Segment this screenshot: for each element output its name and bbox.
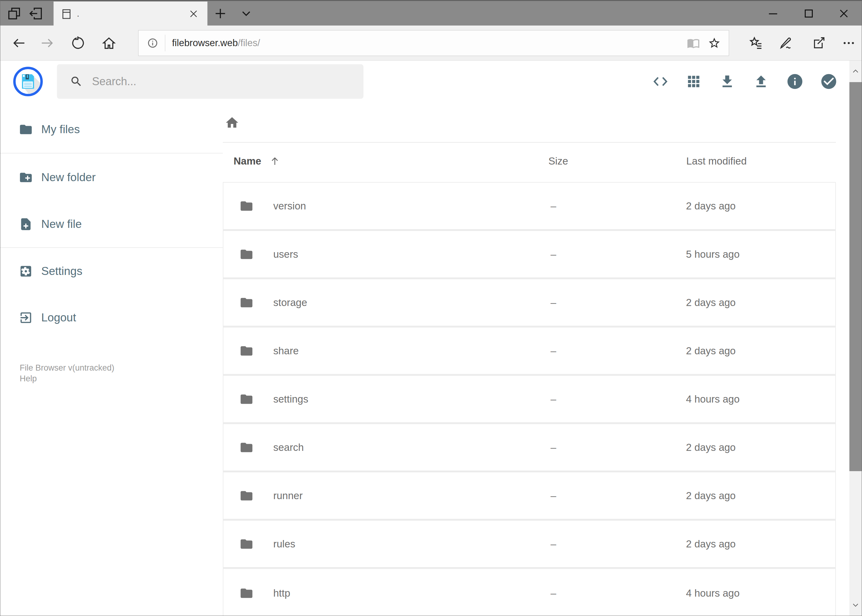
share-icon[interactable] xyxy=(812,36,826,50)
folder-icon xyxy=(240,440,254,454)
site-info-icon[interactable] xyxy=(147,38,158,49)
column-header-size[interactable]: Size xyxy=(548,155,568,167)
folder-icon xyxy=(240,247,254,261)
url-text[interactable]: filebrowser.web/files/ xyxy=(172,38,687,49)
file-name: version xyxy=(273,200,306,212)
settings-gear-icon xyxy=(19,264,33,278)
file-row-settings[interactable]: settings – 4 hours ago xyxy=(224,376,835,424)
file-name: share xyxy=(273,345,299,357)
folder-icon xyxy=(240,537,254,551)
set-tabs-aside-icon[interactable] xyxy=(29,6,43,20)
navigation-bar: filebrowser.web/files/ xyxy=(0,25,862,61)
file-row-version[interactable]: version – 2 days ago xyxy=(224,183,835,231)
favorite-star-icon[interactable] xyxy=(708,36,721,50)
file-rows: version – 2 days ago users – 5 hours ago… xyxy=(223,182,836,616)
reading-view-icon[interactable] xyxy=(687,36,700,50)
file-modified: 2 days ago xyxy=(686,297,736,308)
file-name: search xyxy=(273,442,304,453)
hub-favorites-icon[interactable] xyxy=(749,36,763,50)
tab-bar: . xyxy=(0,0,862,25)
forward-icon[interactable] xyxy=(40,36,54,50)
tabs-set-aside-list-icon[interactable] xyxy=(7,6,21,20)
address-bar[interactable]: filebrowser.web/files/ xyxy=(138,30,729,56)
new-tab-icon[interactable] xyxy=(213,6,227,20)
tab-close-icon[interactable] xyxy=(188,9,199,19)
list-header: Name Size Last modified xyxy=(223,155,836,171)
help-link[interactable]: Help xyxy=(20,373,115,384)
search-bar[interactable] xyxy=(57,64,364,99)
column-header-name[interactable]: Name xyxy=(233,155,281,167)
file-modified: 4 hours ago xyxy=(686,588,739,599)
file-modified: 4 hours ago xyxy=(686,393,739,405)
maximize-button[interactable] xyxy=(802,6,816,20)
sidebar-item-new-file[interactable]: New file xyxy=(0,209,223,240)
sidebar-item-settings[interactable]: Settings xyxy=(0,256,223,287)
breadcrumb-home-icon[interactable] xyxy=(225,115,240,130)
file-row-rules[interactable]: rules – 2 days ago xyxy=(224,521,835,569)
sidebar-divider xyxy=(0,247,223,248)
sidebar-item-my-files[interactable]: My files xyxy=(0,114,223,145)
home-icon[interactable] xyxy=(102,36,116,50)
file-row-storage[interactable]: storage – 2 days ago xyxy=(224,279,835,327)
minimize-button[interactable] xyxy=(766,6,780,20)
url-path: /files/ xyxy=(238,38,260,48)
column-header-modified[interactable]: Last modified xyxy=(686,155,747,167)
sidebar-item-label: Logout xyxy=(41,311,76,324)
file-row-search[interactable]: search – 2 days ago xyxy=(224,424,835,472)
sidebar-item-label: New folder xyxy=(41,171,96,184)
download-icon[interactable] xyxy=(719,74,735,90)
select-multiple-icon[interactable] xyxy=(820,72,838,90)
file-size: – xyxy=(550,538,556,550)
file-size: – xyxy=(550,393,556,405)
app-header xyxy=(0,61,862,104)
file-name: runner xyxy=(273,490,303,501)
file-name: users xyxy=(273,248,298,260)
search-input[interactable] xyxy=(91,75,364,88)
new-folder-icon xyxy=(19,170,33,184)
scroll-down-icon[interactable] xyxy=(849,594,862,616)
info-icon[interactable] xyxy=(786,72,804,90)
file-name: storage xyxy=(273,297,307,308)
search-icon xyxy=(70,75,83,88)
file-name: settings xyxy=(273,393,308,405)
sort-ascending-icon xyxy=(269,156,281,167)
file-listing: Name Size Last modified version – 2 days… xyxy=(223,104,862,616)
sidebar-item-logout[interactable]: Logout xyxy=(0,302,223,333)
more-settings-icon[interactable] xyxy=(842,36,856,50)
tab-title: . xyxy=(77,9,188,19)
file-row-share[interactable]: share – 2 days ago xyxy=(224,327,835,376)
grid-view-icon[interactable] xyxy=(686,74,702,90)
scrollbar-thumb[interactable] xyxy=(849,82,862,471)
file-modified: 2 days ago xyxy=(686,345,736,357)
page-scrollbar[interactable] xyxy=(849,61,862,616)
folder-icon xyxy=(240,344,254,358)
file-size: – xyxy=(550,345,556,357)
file-row-http[interactable]: http – 4 hours ago xyxy=(224,569,835,616)
file-row-runner[interactable]: runner – 2 days ago xyxy=(224,472,835,521)
sidebar-divider xyxy=(0,153,223,154)
file-size: – xyxy=(550,297,556,308)
code-view-icon[interactable] xyxy=(652,74,668,90)
active-tab[interactable]: . xyxy=(54,2,207,26)
back-icon[interactable] xyxy=(12,36,26,50)
file-size: – xyxy=(550,588,556,599)
sidebar-item-label: My files xyxy=(41,123,80,136)
logout-icon xyxy=(19,311,33,325)
sidebar-footer: File Browser v(untracked) Help xyxy=(20,363,115,384)
tab-preview-chevron-icon[interactable] xyxy=(239,6,253,20)
file-modified: 2 days ago xyxy=(686,442,736,453)
close-button[interactable] xyxy=(837,6,851,20)
sidebar-item-label: Settings xyxy=(41,265,82,278)
sidebar-item-new-folder[interactable]: New folder xyxy=(0,162,223,193)
app-version: File Browser v(untracked) xyxy=(20,363,115,373)
file-size: – xyxy=(550,248,556,260)
file-name: rules xyxy=(273,538,295,550)
filebrowser-logo xyxy=(13,66,43,97)
upload-icon[interactable] xyxy=(753,74,769,90)
file-row-users[interactable]: users – 5 hours ago xyxy=(224,231,835,279)
app-body: My files New folder New file Sett xyxy=(0,104,862,616)
annotate-pen-icon[interactable] xyxy=(779,36,793,50)
scroll-up-icon[interactable] xyxy=(849,61,862,82)
file-modified: 2 days ago xyxy=(686,538,736,550)
refresh-icon[interactable] xyxy=(71,36,85,50)
